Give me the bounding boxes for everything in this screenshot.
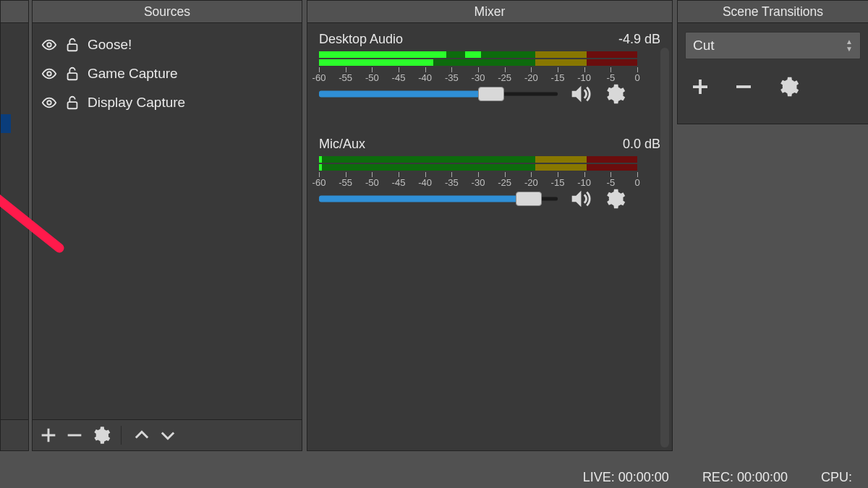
vu-tick-label: -35 (445, 72, 459, 83)
select-updown-icon: ▲▼ (846, 39, 853, 52)
svg-point-2 (47, 72, 51, 76)
mixer-panel: Mixer Desktop Audio -4.9 dB (307, 0, 673, 451)
vu-tick-label: -10 (577, 177, 591, 188)
status-live: LIVE: 00:00:00 (583, 470, 669, 485)
source-label: Game Capture (88, 66, 178, 82)
mixer-title: Mixer (307, 1, 672, 23)
speaker-icon[interactable] (568, 187, 592, 211)
eye-icon[interactable] (41, 37, 57, 53)
vu-tick-label: -60 (312, 177, 326, 188)
vu-tick-label: -55 (339, 72, 352, 83)
sources-footer (33, 419, 302, 450)
status-rec: REC: 00:00:00 (702, 470, 788, 485)
vu-tick-label: -60 (312, 72, 326, 83)
vu-tick-label: -55 (339, 177, 352, 188)
volume-slider[interactable] (319, 191, 558, 207)
transition-settings-button[interactable] (776, 75, 799, 98)
lock-open-icon[interactable] (64, 66, 80, 82)
vu-tick-label: -30 (472, 177, 485, 188)
vu-tick-label: -25 (498, 177, 511, 188)
status-bar: LIVE: 00:00:00 REC: 00:00:00 CPU: (0, 466, 868, 488)
add-transition-button[interactable] (689, 76, 711, 98)
channel-name: Desktop Audio (319, 32, 403, 47)
vu-tick-label: -5 (607, 177, 616, 188)
svg-point-4 (47, 100, 51, 105)
mixer-channel: Desktop Audio -4.9 dB (319, 32, 660, 106)
move-down-button[interactable] (158, 425, 178, 445)
channel-db: 0.0 dB (623, 137, 660, 152)
vu-tick-label: -45 (392, 177, 406, 188)
mixer-channel: Mic/Aux 0.0 dB (319, 137, 660, 211)
vu-tick-label: -35 (445, 177, 459, 188)
live-label: LIVE: (583, 470, 615, 484)
source-row[interactable]: Game Capture (41, 59, 293, 88)
source-label: Display Capture (88, 95, 185, 111)
rec-time: 00:00:00 (737, 470, 788, 484)
source-label: Goose! (88, 37, 132, 53)
sources-panel: Sources Goose! (32, 0, 302, 451)
source-row[interactable]: Display Capture (41, 88, 293, 117)
vu-tick-label: -50 (365, 177, 379, 188)
eye-icon[interactable] (41, 95, 57, 111)
vu-tick-label: -40 (418, 72, 432, 83)
add-source-button[interactable] (38, 425, 59, 445)
vu-meter: -60-55-50-45-40-35-30-25-20-15-10-50 (319, 156, 637, 176)
speaker-icon[interactable] (568, 82, 592, 106)
transition-select[interactable]: Cut ▲▼ (685, 32, 861, 59)
mixer-scrollbar[interactable] (660, 48, 669, 448)
channel-settings-button[interactable] (603, 187, 626, 210)
vu-tick-label: -15 (551, 72, 565, 83)
lock-open-icon[interactable] (64, 95, 80, 111)
cpu-label: CPU: (821, 470, 852, 484)
vu-tick-label: -10 (577, 72, 591, 83)
svg-rect-5 (68, 102, 77, 108)
eye-icon[interactable] (41, 66, 57, 82)
vu-tick-label: 0 (634, 177, 639, 188)
vu-tick-label: -40 (418, 177, 432, 188)
scenes-panel (0, 0, 29, 451)
svg-rect-3 (68, 73, 77, 80)
divider (121, 426, 122, 445)
source-settings-button[interactable] (90, 425, 111, 445)
channel-settings-button[interactable] (603, 82, 626, 106)
channel-name: Mic/Aux (319, 137, 365, 152)
transition-selected: Cut (693, 38, 715, 53)
vu-tick-label: -15 (551, 177, 565, 188)
volume-slider[interactable] (319, 86, 558, 102)
vu-tick-label: -45 (392, 72, 406, 83)
status-cpu: CPU: (821, 470, 852, 485)
live-time: 00:00:00 (618, 470, 669, 484)
scene-selected-row[interactable] (1, 114, 11, 133)
scenes-footer (1, 419, 28, 450)
lock-open-icon[interactable] (64, 37, 80, 53)
rec-label: REC: (702, 470, 733, 484)
source-row[interactable]: Goose! (41, 30, 293, 59)
channel-db: -4.9 dB (618, 32, 660, 47)
vu-meter: -60-55-50-45-40-35-30-25-20-15-10-50 (319, 51, 637, 72)
vu-tick-label: -50 (365, 72, 379, 83)
transitions-panel: Scene Transitions Cut ▲▼ (677, 0, 868, 124)
vu-tick-label: -30 (472, 72, 485, 83)
remove-transition-button[interactable] (733, 76, 754, 98)
scenes-title (1, 1, 28, 23)
source-list: Goose! Game Capture (33, 23, 302, 124)
sources-title: Sources (33, 1, 302, 23)
vu-tick-label: -25 (498, 72, 511, 83)
transitions-title: Scene Transitions (678, 1, 868, 23)
vu-tick-label: -20 (524, 177, 538, 188)
svg-point-0 (47, 43, 51, 47)
vu-tick-label: -5 (607, 72, 616, 83)
remove-source-button[interactable] (64, 425, 85, 445)
move-up-button[interactable] (132, 425, 152, 445)
vu-tick-label: -20 (524, 72, 538, 83)
svg-rect-1 (68, 44, 77, 51)
vu-tick-label: 0 (634, 72, 639, 83)
